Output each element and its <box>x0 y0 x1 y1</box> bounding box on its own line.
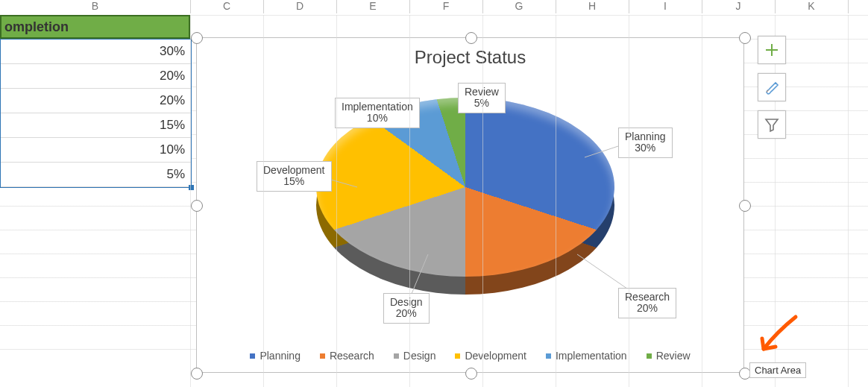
legend-swatch <box>455 353 460 359</box>
legend-item-implementation[interactable]: Implementation <box>546 350 627 362</box>
data-label-implementation[interactable]: Implementation10% <box>335 98 420 128</box>
legend-label: Implementation <box>556 350 627 362</box>
column-header-k[interactable]: K <box>775 0 849 13</box>
column-headers: BCDEFGHIJK <box>0 0 868 15</box>
legend-label: Design <box>403 350 436 362</box>
column-header-i[interactable]: I <box>629 0 702 13</box>
column-header-d[interactable]: D <box>263 0 337 13</box>
chart-resize-handle[interactable] <box>191 32 203 44</box>
legend-label: Planning <box>260 350 301 362</box>
chart-elements-button[interactable] <box>758 36 786 64</box>
column-header-e[interactable]: E <box>336 0 410 13</box>
data-label-development[interactable]: Development15% <box>257 161 332 192</box>
column-header-b[interactable]: B <box>0 0 191 13</box>
chart-legend[interactable]: PlanningResearchDesignDevelopmentImpleme… <box>197 350 743 362</box>
chart-resize-handle[interactable] <box>465 368 477 380</box>
annotation-arrow <box>755 313 799 361</box>
chart-styles-button[interactable] <box>758 73 786 101</box>
chart-resize-handle[interactable] <box>191 368 203 380</box>
column-header-j[interactable]: J <box>702 0 776 13</box>
legend-label: Development <box>465 350 526 362</box>
legend-item-planning[interactable]: Planning <box>250 350 301 362</box>
data-label-review[interactable]: Review5% <box>458 83 506 113</box>
column-header-h[interactable]: H <box>556 0 629 13</box>
cell-b2[interactable]: 30% <box>1 40 191 64</box>
cell-b6[interactable]: 10% <box>1 138 191 163</box>
legend-swatch <box>546 353 551 359</box>
pie-plot-area[interactable]: Planning30% Research20% Design20% Develo… <box>279 90 652 314</box>
column-header-f[interactable]: F <box>409 0 483 13</box>
legend-swatch <box>250 353 255 359</box>
data-label-design[interactable]: Design20% <box>383 293 430 324</box>
column-header-g[interactable]: G <box>482 0 556 13</box>
legend-item-development[interactable]: Development <box>455 350 526 362</box>
chart-resize-handle[interactable] <box>465 32 477 44</box>
plus-icon <box>764 42 780 58</box>
legend-item-research[interactable]: Research <box>320 350 374 362</box>
data-label-research[interactable]: Research20% <box>618 288 676 318</box>
legend-item-review[interactable]: Review <box>647 350 691 362</box>
legend-label: Review <box>656 350 691 362</box>
chart-area-tooltip: Chart Area <box>749 362 806 378</box>
selected-data-range[interactable]: 30%20%20%15%10%5% <box>0 39 192 188</box>
chart-object[interactable]: Project Status Planning30% Research20% D… <box>196 37 744 373</box>
legend-swatch <box>394 353 399 359</box>
legend-item-design[interactable]: Design <box>394 350 436 362</box>
cell-b7[interactable]: 5% <box>1 163 191 187</box>
chart-resize-handle[interactable] <box>739 200 751 212</box>
legend-swatch <box>320 353 325 359</box>
chart-filters-button[interactable] <box>758 110 786 139</box>
funnel-icon <box>764 116 780 133</box>
column-b-header-cell[interactable]: ompletion <box>0 15 190 39</box>
column-header-c[interactable]: C <box>190 0 264 13</box>
spreadsheet-grid: ompletion 30%20%20%15%10%5% Project Stat… <box>0 15 868 387</box>
chart-resize-handle[interactable] <box>739 32 751 44</box>
legend-swatch <box>647 353 652 359</box>
cell-b4[interactable]: 20% <box>1 89 191 113</box>
data-label-planning[interactable]: Planning30% <box>618 128 673 158</box>
chart-resize-handle[interactable] <box>191 200 203 212</box>
cell-b3[interactable]: 20% <box>1 64 191 89</box>
paintbrush-icon <box>764 79 780 95</box>
cell-b5[interactable]: 15% <box>1 113 191 138</box>
chart-title[interactable]: Project Status <box>197 47 743 68</box>
